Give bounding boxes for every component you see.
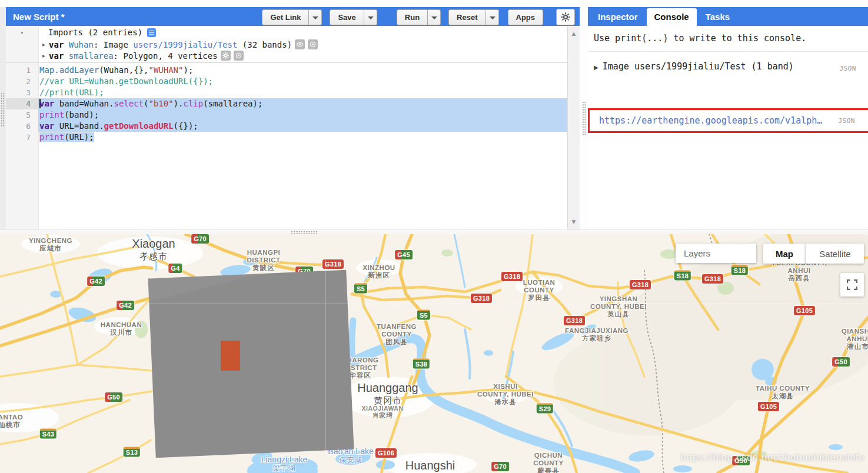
code-text[interactable]: print(band); <box>38 109 567 121</box>
panel-splitter[interactable] <box>580 7 588 229</box>
reset-dropdown[interactable] <box>486 9 499 25</box>
code-text[interactable]: var band=Wuhan.select("b10").clip(smalla… <box>38 98 567 109</box>
code-text[interactable]: print(URL); <box>38 132 567 143</box>
map-label: Xiaogan孝感市 <box>132 238 175 262</box>
console-hint: Use print(...) to write to this console. <box>588 26 868 44</box>
expand-arrow-icon[interactable]: ▸ <box>42 41 45 48</box>
scroll-down-icon[interactable]: ▼ <box>568 219 580 225</box>
satellite-type-button[interactable]: Satellite <box>806 244 864 264</box>
map-label: XISHUICOUNTY, HUBEI浠水县 <box>477 383 534 406</box>
code-line-6[interactable]: 6var URL=band.getDownloadURL({}); <box>6 121 567 132</box>
road-badge-S29: S29 <box>537 404 553 414</box>
map-label: YINGSHANCOUNTY, HUBEI英山县 <box>590 295 647 318</box>
expand-arrow-icon[interactable]: ▸ <box>42 52 45 59</box>
right-panel-tabs: Inspector Console Tasks <box>588 7 868 26</box>
run-dropdown[interactable] <box>428 9 441 25</box>
reset-button[interactable]: Reset <box>448 9 485 25</box>
line-number: 3 <box>6 87 38 98</box>
console-output: Use print(...) to write to this console.… <box>588 26 868 229</box>
json-badge[interactable]: JSON <box>840 65 857 72</box>
code-editor[interactable]: ▾ Imports (2 entries) ▸var Wuhan: Image … <box>6 26 567 229</box>
tab-tasks[interactable]: Tasks <box>698 8 737 26</box>
line-number: 1 <box>6 65 38 76</box>
run-combo: Run <box>397 9 441 25</box>
line-number: 7 <box>6 132 38 143</box>
code-text[interactable]: //var URL=Wuhan.getDownloadURL({}); <box>38 76 567 87</box>
map-label: Huangshi黄石市 <box>405 459 455 473</box>
road-badge-S43: S43 <box>40 429 56 439</box>
map-label: Liangzi Lake梁子湖 <box>261 455 308 473</box>
collapse-icon[interactable]: ▾ <box>20 29 24 36</box>
code-text[interactable]: //print(URL); <box>38 87 567 98</box>
map-label: XIAOJIAWAN肖家塆 <box>362 405 404 419</box>
map-label: LUOTIANCOUNTY罗田县 <box>523 279 556 302</box>
asset-path[interactable]: users/1999jialiu/Test <box>133 40 237 49</box>
code-line-1[interactable]: 1Map.addLayer(Wuhan,{},"WUHAN"); <box>6 65 567 76</box>
road-badge-G105: G105 <box>794 306 815 315</box>
tab-inspector[interactable]: Inspector <box>590 8 646 26</box>
run-button[interactable]: Run <box>397 9 428 25</box>
settings-button[interactable] <box>556 9 575 25</box>
gear-icon[interactable] <box>221 51 231 61</box>
save-combo: Save <box>330 9 377 25</box>
code-text[interactable]: var URL=band.getDownloadURL({}); <box>38 121 567 132</box>
map-label: IANTAO仙桃市 <box>0 414 23 429</box>
code-line-4[interactable]: 4var band=Wuhan.select("b10").clip(small… <box>6 98 567 109</box>
road-badge-G42: G42 <box>117 301 134 310</box>
code-line-7[interactable]: 7print(URL); <box>6 132 567 143</box>
imports-title: Imports (2 entries) <box>48 28 142 37</box>
code-line-2[interactable]: 2//var URL=Wuhan.getDownloadURL({}); <box>6 76 567 87</box>
road-badge-G50: G50 <box>105 392 122 402</box>
layers-button[interactable]: Layers <box>676 244 756 263</box>
map-splitter[interactable] <box>0 229 868 234</box>
road-badge-S5: S5 <box>354 284 367 294</box>
import-entry-smallarea[interactable]: ▸var smallarea: Polygon, 4 vertices <box>6 50 567 61</box>
road-badge-G105: G105 <box>758 402 779 411</box>
import-entry-Wuhan[interactable]: ▸var Wuhan: Image users/1999jialiu/Test … <box>6 39 567 50</box>
line-number: 2 <box>6 76 38 87</box>
splitter-handle[interactable] <box>1 92 5 126</box>
target-icon[interactable] <box>234 51 244 61</box>
chevron-down-icon <box>312 16 318 19</box>
eye-icon[interactable] <box>295 39 305 49</box>
road-badge-G4: G4 <box>168 264 182 273</box>
map-type-button[interactable]: Map <box>763 244 806 264</box>
target-icon[interactable] <box>308 39 318 49</box>
road-badge-G45: G45 <box>395 250 413 259</box>
console-url-link[interactable]: https://earthengine.googleapis.com/v1alp… <box>599 115 822 126</box>
splitter-handle[interactable] <box>582 101 586 135</box>
console-object-entry[interactable]: ▶ Image users/1999jialiu/Test (1 band) J… <box>588 52 868 72</box>
road-badge-S13: S13 <box>124 447 140 457</box>
apps-button[interactable]: Apps <box>508 9 544 25</box>
console-object-text: Image users/1999jialiu/Test (1 band) <box>603 61 794 72</box>
road-badge-G106: G106 <box>375 448 397 458</box>
left-panel-rail[interactable] <box>0 7 6 229</box>
script-doc-icon[interactable] <box>147 28 156 37</box>
code-line-3[interactable]: 3//print(URL); <box>6 87 567 98</box>
map-canvas[interactable]: YINGCHENG应城市Xiaogan孝感市HUANGPIDISTRICT黄陂区… <box>0 234 868 473</box>
map-label: QICHUNCOUNTY蕲春县 <box>533 452 564 473</box>
map-label: HUANGPIDISTRICT黄陂区 <box>247 249 280 272</box>
save-button[interactable]: Save <box>330 9 364 25</box>
get-link-button[interactable]: Get Link <box>262 9 309 25</box>
json-badge[interactable]: JSON <box>839 117 856 125</box>
editor-scrollbar[interactable]: ▲ ▼ <box>567 26 580 229</box>
fullscreen-icon <box>847 279 857 290</box>
code-text[interactable]: Map.addLayer(Wuhan,{},"WUHAN"); <box>38 65 567 76</box>
road-badge-G50: G50 <box>832 357 850 367</box>
wuhan-image-overlay <box>148 270 354 458</box>
map-label: Huanggang黄冈市 <box>357 382 418 407</box>
scroll-up-icon[interactable]: ▲ <box>568 31 580 36</box>
tab-console[interactable]: Console <box>647 8 697 26</box>
save-dropdown[interactable] <box>364 9 377 25</box>
map-label: HANCHUAN汉川市 <box>101 321 142 337</box>
get-link-dropdown[interactable] <box>309 9 322 25</box>
expand-arrow-icon[interactable]: ▶ <box>594 64 598 71</box>
fullscreen-button[interactable] <box>840 273 864 297</box>
watermark: https://blog.csdn.net/zhebushibiaoshifu <box>681 452 864 464</box>
code-lines[interactable]: 1Map.addLayer(Wuhan,{},"WUHAN");2//var U… <box>6 65 567 143</box>
code-line-5[interactable]: 5print(band); <box>6 109 567 121</box>
road-badge-G70: G70 <box>191 234 209 244</box>
imports-divider <box>6 62 567 63</box>
road-badge-S18: S18 <box>674 271 691 281</box>
